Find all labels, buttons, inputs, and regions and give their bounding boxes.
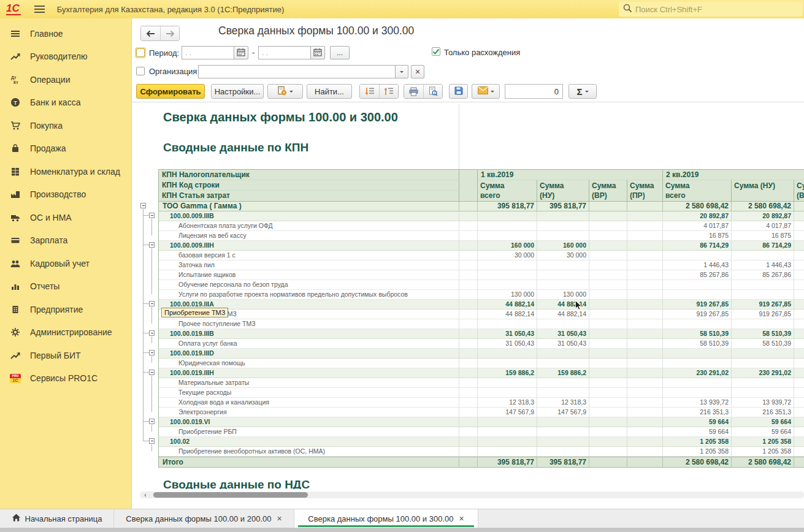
group-expander[interactable] [149, 370, 155, 375]
value-cell[interactable]: 4 017,87 [732, 221, 794, 231]
sidebar-item-12[interactable]: Отчеты [0, 275, 131, 298]
value-cell[interactable]: 1 446,43 [732, 260, 794, 270]
value-cell[interactable] [627, 329, 663, 339]
row-label[interactable]: 100.00.009.IIIB [159, 211, 459, 221]
value-cell[interactable] [627, 417, 663, 427]
value-cell[interactable] [663, 290, 732, 300]
row-label[interactable]: Прочее поступление ТМЗ [159, 319, 459, 329]
value-cell[interactable]: 919 267,85 [663, 310, 732, 319]
value-cell[interactable] [627, 310, 663, 319]
value-cell[interactable]: 919 267,85 [732, 300, 794, 310]
value-cell[interactable]: 395 818,77 [478, 202, 537, 211]
value-cell[interactable]: 58 510,39 [732, 339, 794, 349]
value-cell[interactable] [627, 359, 663, 368]
value-cell[interactable] [794, 349, 804, 359]
value-cell[interactable] [478, 221, 537, 231]
value-cell[interactable] [732, 359, 794, 368]
value-cell[interactable]: 30 000 [537, 251, 589, 260]
value-cell[interactable]: 160 000 [537, 241, 589, 251]
value-cell[interactable]: 31 050,43 [478, 339, 537, 349]
date-to-input[interactable] [258, 46, 311, 59]
forward-button[interactable] [160, 26, 179, 40]
row-label[interactable]: Электроэнергия [159, 408, 459, 417]
value-cell[interactable]: 1 205 358 [732, 447, 794, 457]
value-cell[interactable] [627, 211, 663, 221]
value-cell[interactable] [794, 221, 804, 231]
value-cell[interactable] [732, 319, 794, 329]
generate-button[interactable]: Сформировать [136, 84, 205, 99]
value-cell[interactable]: 86 714,29 [663, 241, 732, 251]
value-cell[interactable] [589, 427, 627, 437]
collapse-groups-button[interactable] [360, 85, 379, 98]
row-label[interactable]: Оплата услуг банка [159, 339, 459, 349]
value-cell[interactable] [794, 211, 804, 221]
row-label[interactable]: 100.00.019.IIID [159, 349, 459, 359]
value-cell[interactable] [589, 388, 627, 398]
only-differences-checkbox[interactable] [432, 47, 440, 56]
value-cell[interactable] [589, 417, 627, 427]
scrollbar-thumb[interactable] [153, 492, 308, 498]
value-cell[interactable] [794, 280, 804, 290]
value-cell[interactable] [627, 280, 663, 290]
value-cell[interactable] [589, 359, 627, 368]
value-cell[interactable]: 44 882,14 [478, 300, 537, 310]
tab-home[interactable]: Начальная страница [0, 509, 114, 528]
value-cell[interactable]: 59 664 [663, 417, 732, 427]
sidebar-item-5[interactable]: Покупка [0, 114, 131, 137]
back-button[interactable] [141, 26, 160, 40]
value-cell[interactable]: 59 664 [732, 427, 794, 437]
sidebar-item-13[interactable]: Предприятие [0, 298, 131, 321]
value-cell[interactable]: 59 664 [663, 427, 732, 437]
report-variant-button[interactable] [267, 84, 303, 99]
value-cell[interactable] [732, 349, 794, 359]
value-cell[interactable]: 230 291,02 [732, 368, 794, 378]
group-expander[interactable] [149, 242, 155, 248]
value-cell[interactable] [794, 378, 804, 388]
value-cell[interactable] [589, 280, 627, 290]
group-expander[interactable] [149, 419, 155, 424]
value-cell[interactable] [627, 378, 663, 388]
value-cell[interactable] [732, 378, 794, 388]
row-label[interactable]: Юридическая помощь [159, 359, 459, 368]
group-expander[interactable] [149, 350, 155, 355]
value-cell[interactable] [794, 368, 804, 378]
value-cell[interactable] [663, 349, 732, 359]
row-label[interactable]: Услуги по разработке проекта нормативов … [159, 290, 459, 300]
value-cell[interactable] [627, 290, 663, 300]
row-label[interactable]: Материальные затраты [159, 378, 459, 388]
value-cell[interactable]: 16 875 [663, 231, 732, 241]
sidebar-item-9[interactable]: ОС и НМА [0, 206, 131, 229]
sidebar-item-7[interactable]: Номенклатура и склад [0, 160, 131, 183]
sidebar-item-11[interactable]: Кадровый учет [0, 252, 131, 275]
value-cell[interactable]: 85 267,86 [732, 270, 794, 280]
value-cell[interactable] [794, 300, 804, 310]
value-cell[interactable]: 160 000 [478, 241, 537, 251]
group-expander[interactable] [149, 438, 155, 444]
row-label[interactable]: 100.00.019.VI [159, 417, 459, 427]
value-cell[interactable]: 2 580 698,42 [663, 457, 732, 468]
value-cell[interactable] [627, 231, 663, 241]
expand-groups-button[interactable] [379, 85, 398, 98]
value-cell[interactable] [627, 437, 663, 447]
value-cell[interactable]: 2 580 698,42 [732, 457, 794, 468]
company-expander[interactable] [140, 203, 146, 208]
value-cell[interactable] [478, 388, 537, 398]
value-cell[interactable]: 1 205 358 [732, 437, 794, 447]
value-cell[interactable] [794, 427, 804, 437]
value-cell[interactable]: 30 000 [478, 251, 537, 260]
value-cell[interactable] [794, 447, 804, 457]
value-cell[interactable] [537, 447, 589, 457]
value-cell[interactable] [589, 211, 627, 221]
save-button[interactable] [449, 84, 468, 99]
value-cell[interactable]: 130 000 [537, 290, 589, 300]
value-cell[interactable] [794, 270, 804, 280]
value-cell[interactable]: 1 205 358 [663, 437, 732, 447]
value-cell[interactable] [627, 251, 663, 260]
value-cell[interactable] [478, 417, 537, 427]
period-more-button[interactable]: ... [330, 46, 350, 59]
sidebar-item-1[interactable]: Главное [0, 22, 131, 45]
value-cell[interactable]: 1 446,43 [663, 260, 732, 270]
value-cell[interactable]: 12 318,3 [478, 398, 537, 408]
value-cell[interactable] [537, 319, 589, 329]
value-cell[interactable] [478, 378, 537, 388]
